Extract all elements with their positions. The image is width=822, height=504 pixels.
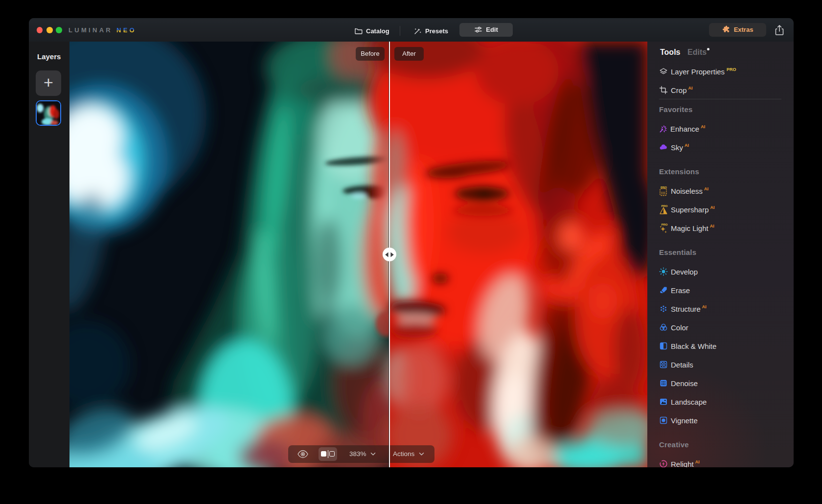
svg-text:PRO: PRO	[662, 205, 668, 207]
svg-text:PRO: PRO	[662, 223, 668, 226]
svg-text:PRO: PRO	[661, 186, 667, 189]
